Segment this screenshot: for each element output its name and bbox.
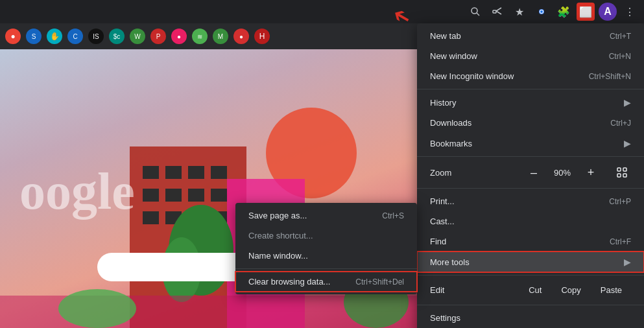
- edit-row: Edit Cut Copy Paste: [417, 278, 644, 302]
- svg-rect-28: [623, 168, 626, 171]
- favicon-3[interactable]: C: [67, 29, 83, 44]
- submenu-save-page[interactable]: Save page as... Ctrl+S: [235, 205, 417, 226]
- svg-rect-5: [188, 166, 204, 179]
- svg-line-22: [477, 13, 479, 16]
- favicon-4[interactable]: IS: [88, 29, 104, 44]
- menu-item-new-window[interactable]: New window Ctrl+N: [417, 46, 644, 66]
- favicon-0[interactable]: ●: [5, 29, 21, 44]
- menu-divider-4: [417, 275, 644, 275]
- google-logo-text: oogle: [19, 162, 135, 221]
- submenu-divider: [235, 268, 417, 269]
- menu-item-print[interactable]: Print... Ctrl+P: [417, 191, 644, 211]
- share-icon[interactable]: [488, 3, 507, 21]
- submenu-clear-browsing[interactable]: Clear browsing data... Ctrl+Shift+Del: [235, 272, 417, 292]
- svg-rect-6: [211, 166, 227, 179]
- favicon-9[interactable]: ≋: [192, 29, 208, 44]
- svg-point-21: [471, 8, 477, 14]
- svg-rect-30: [623, 174, 626, 177]
- zoom-plus-button[interactable]: +: [582, 163, 600, 182]
- zoom-value: 90%: [551, 168, 574, 178]
- chrome-dropdown-menu: New tab Ctrl+T New window Ctrl+N New Inc…: [417, 23, 644, 328]
- profile-icon[interactable]: A: [599, 3, 617, 21]
- media-icon[interactable]: ⬜: [577, 3, 595, 21]
- extensions-icon[interactable]: 🧩: [555, 3, 573, 21]
- menu-item-bookmarks[interactable]: Bookmarks ▶: [417, 133, 644, 154]
- favicon-12[interactable]: H: [254, 29, 270, 44]
- more-tools-submenu: Save page as... Ctrl+S Create shortcut..…: [235, 203, 417, 294]
- menu-item-more-tools[interactable]: More tools ▶: [417, 252, 644, 272]
- favicon-10[interactable]: M: [213, 29, 228, 44]
- paste-button[interactable]: Paste: [591, 282, 631, 298]
- edit-buttons: Cut Copy Paste: [519, 282, 631, 298]
- submenu-name-window[interactable]: Name window...: [235, 246, 417, 266]
- fullscreen-button[interactable]: [613, 163, 631, 182]
- zoom-controls: – 90% +: [525, 163, 631, 182]
- menu-item-find[interactable]: Find Ctrl+F: [417, 231, 644, 252]
- menu-divider-1: [417, 89, 644, 89]
- svg-rect-7: [143, 189, 159, 202]
- browser-toolbar: ★ 🧩 ⬜ A ⋮: [0, 0, 644, 23]
- bookmark-icon[interactable]: ★: [510, 3, 529, 21]
- menu-item-cast[interactable]: Cast...: [417, 211, 644, 231]
- svg-point-26: [540, 10, 543, 13]
- svg-rect-3: [143, 166, 159, 179]
- favicon-2[interactable]: ✋: [47, 29, 62, 44]
- menu-item-new-tab[interactable]: New tab Ctrl+T: [417, 26, 644, 46]
- zoom-icon[interactable]: [466, 3, 484, 21]
- toolbar-icons: ★ 🧩 ⬜ A ⋮: [466, 3, 639, 21]
- svg-rect-4: [165, 166, 182, 179]
- copy-button[interactable]: Copy: [552, 282, 590, 298]
- favicon-11[interactable]: ●: [233, 29, 249, 44]
- svg-rect-8: [165, 189, 182, 202]
- menu-item-settings[interactable]: Settings: [417, 308, 644, 328]
- menu-icon[interactable]: ⋮: [621, 3, 639, 21]
- favicon-7[interactable]: P: [150, 29, 166, 44]
- submenu-create-shortcut[interactable]: Create shortcut...: [235, 226, 417, 246]
- favicon-8[interactable]: ●: [171, 29, 187, 44]
- svg-rect-27: [617, 168, 621, 171]
- menu-item-new-incognito[interactable]: New Incognito window Ctrl+Shift+N: [417, 66, 644, 86]
- menu-item-downloads[interactable]: Downloads Ctrl+J: [417, 113, 644, 133]
- zoom-minus-button[interactable]: –: [525, 163, 543, 182]
- svg-rect-29: [617, 174, 621, 177]
- favicon-6[interactable]: W: [130, 29, 145, 44]
- svg-rect-9: [188, 189, 204, 202]
- menu-divider-5: [417, 305, 644, 305]
- svg-rect-23: [493, 10, 496, 13]
- svg-point-19: [58, 289, 136, 328]
- menu-item-history[interactable]: History ▶: [417, 92, 644, 113]
- favicon-5[interactable]: $c: [109, 29, 125, 44]
- zoom-row: Zoom – 90% +: [417, 159, 644, 185]
- menu-divider-3: [417, 188, 644, 189]
- cut-button[interactable]: Cut: [519, 282, 551, 298]
- svg-rect-10: [211, 189, 227, 202]
- menu-divider-2: [417, 156, 644, 157]
- svg-rect-11: [143, 211, 159, 224]
- favicon-1[interactable]: S: [26, 29, 42, 44]
- chrome-icon[interactable]: [532, 3, 551, 21]
